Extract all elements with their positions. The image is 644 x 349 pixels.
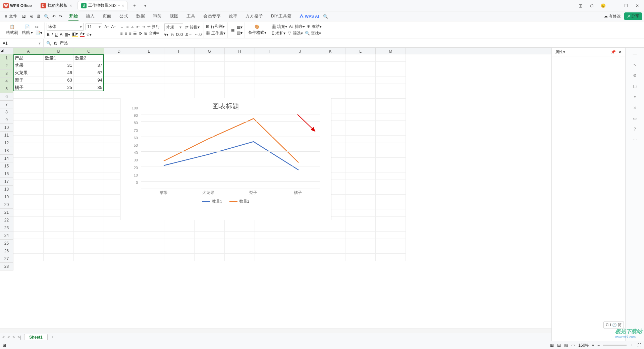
sheet-first-icon[interactable]: |< [0,335,6,340]
tab-dropdown[interactable]: ▾ [141,2,149,10]
fill-color-button[interactable]: ◧▾ [72,32,78,37]
cube-icon[interactable]: ⬡ [588,3,595,8]
select-tool-icon[interactable]: ↖ [633,62,637,67]
share-button[interactable]: ↗ 分享 [624,12,642,20]
ribbon-tab[interactable]: 公式 [119,12,129,21]
percent-icon[interactable]: % [170,32,174,37]
collapse-sidebar-icon[interactable]: — [633,52,637,56]
window-layout-icon[interactable]: ◫ [577,3,584,8]
save-icon[interactable]: 🖫 [22,14,26,19]
worksheet-button[interactable]: ▦ 工作表▾ [206,31,225,36]
ribbon-tab[interactable]: 插入 [85,12,95,21]
strikethrough-button[interactable]: A̶ [60,32,62,37]
comma-icon[interactable]: 000 [176,32,183,37]
dec-inc-icon[interactable]: .0→ [185,32,192,37]
ribbon-tab[interactable]: 数据 [136,12,146,21]
find-button[interactable]: 🔍 查找▾ [305,31,321,36]
sort-button[interactable]: A↓ 排序▾ [289,24,305,30]
view-normal-icon[interactable]: ▦ [550,343,554,348]
cell-style-icon[interactable]: ▦▾ [237,25,243,30]
align-bottom-icon[interactable]: ⫨ [130,24,135,29]
export-icon[interactable]: 🖨 [29,14,33,19]
cond-format-button[interactable]: 🎨条件格式▾ [247,24,268,36]
bold-button[interactable]: B [47,32,50,37]
align-top-icon[interactable]: ⫠ [120,24,124,29]
sheet-last-icon[interactable]: >| [16,335,22,340]
zoom-in-button[interactable]: ＋ [630,342,634,348]
select-all-corner[interactable]: ◢ [0,48,13,54]
preview-icon[interactable]: 🔍 [44,14,49,19]
layer-icon[interactable]: ▢ [633,84,637,89]
avatar-icon[interactable]: 🙂 [600,3,606,8]
document-tab[interactable]: S工作簿数量.xlsx•× [77,1,128,10]
ribbon-tab[interactable]: 页面 [102,12,112,21]
ribbon-tab[interactable]: 方方格子 [245,12,264,21]
add-sheet-button[interactable]: ＋ [50,334,54,340]
wps-ai-button[interactable]: WPS AI [300,14,319,19]
more-icon[interactable]: ⋯ [633,138,637,142]
search-icon[interactable]: 🔍 [323,14,328,19]
cut-icon[interactable]: ✂ [35,25,42,30]
horizontal-scrollbar[interactable] [0,328,621,333]
align-right-icon[interactable]: ≡ [129,31,131,36]
orientation-icon[interactable]: ⟳ [139,31,142,36]
cancel-edit-icon[interactable]: 🔍 [46,41,51,46]
redo-button[interactable]: ↷ [59,14,62,19]
font-name-select[interactable]: 宋体▾ [47,23,84,31]
maximize-button[interactable]: ☐ [623,3,629,8]
spreadsheet-grid[interactable]: ◢ ABCDEFGHIJKLM 123456789101112131415161… [0,48,625,341]
format-painter-button[interactable]: 📋格式刷 [5,24,19,36]
view-read-icon[interactable]: ▭ [571,343,575,348]
geometry-icon[interactable]: ✕ [633,105,637,110]
format-dropdown-icon[interactable]: ▥▾ [237,31,243,35]
currency-icon[interactable]: ¥▾ [164,32,169,37]
ime-badge[interactable]: CH 🕗 简 [603,321,624,329]
zoom-slider[interactable] [603,345,627,346]
indent-dec-icon[interactable]: ⇤ [137,24,140,29]
view-break-icon[interactable]: ▧ [564,343,568,348]
sparkle-icon[interactable]: ✦ [633,95,637,99]
sheet-prev-icon[interactable]: < [6,335,11,340]
view-page-icon[interactable]: ▤ [557,343,561,348]
ribbon-tab[interactable]: 开始 [68,12,78,21]
sheet-next-icon[interactable]: > [11,335,16,340]
minimize-button[interactable]: — [611,3,618,8]
copy-icon[interactable]: 📑▾ [35,31,42,35]
paste-button[interactable]: 📄粘贴 ▾ [20,24,34,36]
chart-object[interactable]: 图表标题 0102030405060708090100 苹果火龙果梨子橘子 数量… [120,98,331,220]
increase-font-icon[interactable]: A⁺ [104,24,109,29]
zoom-out-button[interactable]: − [597,343,600,348]
cells[interactable]: 产品数量1数量2苹果3137火龙果4667梨子6394橘子2535 图表标题 0… [13,54,621,334]
zoom-level[interactable]: 160% [578,343,589,348]
fill-button[interactable]: ▦ 填充▾ [272,24,287,30]
align-center-icon[interactable]: ≡ [124,31,127,36]
sum-button[interactable]: Σ 求和▾ [272,31,286,36]
filter-button[interactable]: ▽ 筛选▾ [287,31,303,36]
ribbon-tab[interactable]: DIY工具箱 [270,12,292,21]
chart-legend[interactable]: 数量1数量2 [120,197,331,204]
decrease-font-icon[interactable]: A⁻ [111,24,116,29]
ribbon-tab[interactable]: 审阅 [152,12,162,21]
row-col-button[interactable]: ⊞ 行和列▾ [206,24,224,30]
help-icon[interactable]: ? [634,127,636,132]
align-middle-icon[interactable]: ≡ [126,24,128,29]
freeze-button[interactable]: ❄ 冻结▾ [307,24,321,30]
name-box[interactable]: A1▾ [0,39,44,47]
convert-button[interactable]: ⇄ 转换▾ [185,24,200,30]
border-button[interactable]: ▦▾ [64,32,70,37]
settings-sidebar-icon[interactable]: ⚙ [633,73,637,78]
fx-icon[interactable]: fx [54,41,57,46]
dec-dec-icon[interactable]: ←.0 [194,32,202,37]
sheet-tab[interactable]: Sheet1 [24,334,47,340]
note-icon[interactable]: ▭ [633,116,637,121]
cloud-sync-status[interactable]: ☁ 有修改 [604,13,621,19]
panel-close-icon[interactable]: ✕ [619,50,622,54]
row-headers[interactable]: 1234567891011121314151617181920212223242… [0,54,13,270]
pin-icon[interactable]: 📌 [611,50,616,54]
document-tab[interactable]: D找稻壳模板× [37,1,75,10]
close-button[interactable]: ✕ [634,3,641,8]
align-justify-icon[interactable]: ☰ [133,31,137,36]
status-mode-icon[interactable]: ⊞ [3,343,6,348]
font-color-button[interactable]: A▾ [80,32,85,37]
number-format-select[interactable]: 常规▾ [164,23,183,31]
